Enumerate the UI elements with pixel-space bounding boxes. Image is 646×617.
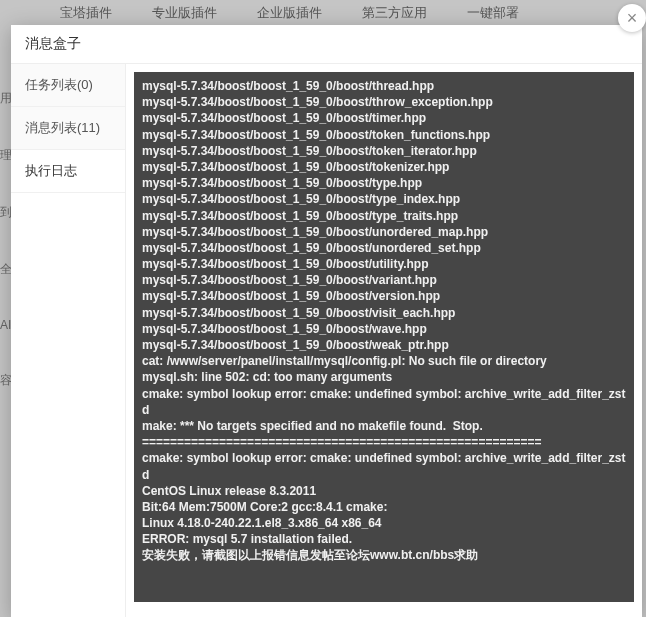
modal-body: 任务列表(0) 消息列表(11) 执行日志 mysql-5.7.34/boost… xyxy=(11,64,642,617)
tab-execution-log[interactable]: 执行日志 xyxy=(11,150,125,193)
background-tabs: 宝塔插件 专业版插件 企业版插件 第三方应用 一键部署 xyxy=(0,0,646,25)
bg-tab[interactable]: 一键部署 xyxy=(467,4,519,22)
modal-title: 消息盒子 xyxy=(11,25,642,64)
bg-tab[interactable]: 宝塔插件 xyxy=(60,4,112,22)
close-icon: × xyxy=(627,8,638,29)
bg-tab[interactable]: 企业版插件 xyxy=(257,4,322,22)
log-panel: mysql-5.7.34/boost/boost_1_59_0/boost/th… xyxy=(126,64,642,617)
bg-tab[interactable]: 第三方应用 xyxy=(362,4,427,22)
close-button[interactable]: × xyxy=(618,4,646,32)
message-box-modal: 消息盒子 任务列表(0) 消息列表(11) 执行日志 mysql-5.7.34/… xyxy=(11,25,642,617)
tab-task-list[interactable]: 任务列表(0) xyxy=(11,64,125,107)
tab-message-list[interactable]: 消息列表(11) xyxy=(11,107,125,150)
bg-tab[interactable]: 专业版插件 xyxy=(152,4,217,22)
side-tabs: 任务列表(0) 消息列表(11) 执行日志 xyxy=(11,64,126,617)
log-output[interactable]: mysql-5.7.34/boost/boost_1_59_0/boost/th… xyxy=(134,72,634,602)
